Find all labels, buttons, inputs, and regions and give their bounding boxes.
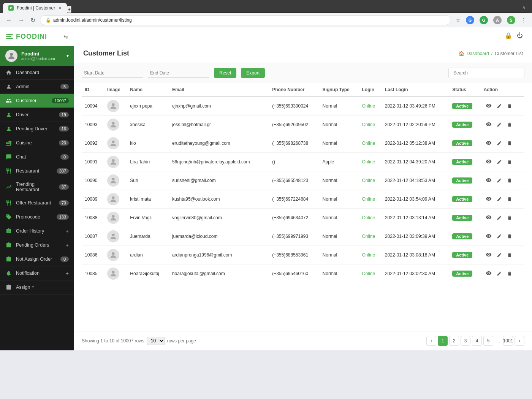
power-header-icon[interactable]: ⏻ — [517, 32, 523, 39]
active-tab[interactable]: F Foodini | Customer ✕ — [3, 3, 67, 13]
nav-label-not-assign: Not Assign Order — [16, 256, 57, 262]
view-button[interactable] — [484, 231, 494, 242]
pagination-bar: Showing 1 to 10 of 10007 rows 10 25 50 r… — [74, 331, 532, 350]
nav-item-not-assign-order[interactable]: Not Assign Order 0 — [0, 252, 74, 266]
delete-button[interactable] — [505, 232, 514, 242]
status-badge: Active — [452, 252, 472, 258]
extension-button-g1[interactable]: G — [464, 15, 476, 25]
nav-item-cuisine[interactable]: Cuisine 20 — [0, 136, 74, 150]
nav-item-notification[interactable]: Notification + — [0, 266, 74, 280]
search-input[interactable] — [448, 68, 524, 78]
page-2-button[interactable]: 2 — [449, 336, 459, 346]
cell-id: 10085 — [82, 264, 104, 283]
cell-phone: () — [269, 153, 319, 171]
edit-button[interactable] — [495, 232, 504, 242]
view-button[interactable] — [484, 101, 494, 111]
nav-item-promocode[interactable]: Promocode 133 — [0, 210, 74, 224]
edit-button[interactable] — [495, 251, 504, 260]
rows-per-page-select[interactable]: 10 25 50 — [147, 337, 165, 345]
page-3-button[interactable]: 3 — [461, 336, 470, 346]
edit-button[interactable] — [495, 158, 504, 167]
more-options-button[interactable]: ⋮ — [519, 16, 527, 24]
nav-item-chat[interactable]: Chat 0 — [0, 150, 74, 164]
nav-item-dashboard[interactable]: Dashboard — [0, 66, 74, 80]
url-bar[interactable]: 🔒 admin.foodini.ai/admin/customer/listin… — [40, 15, 451, 25]
page-5-button[interactable]: 5 — [483, 336, 493, 346]
close-tab-button[interactable]: ✕ — [58, 6, 62, 11]
browser-tabs: F Foodini | Customer ✕ + ∨ — [0, 0, 532, 13]
edit-button[interactable] — [495, 195, 504, 204]
delete-button[interactable] — [505, 102, 514, 111]
nav-item-assign[interactable]: Assign = — [0, 280, 74, 294]
svg-point-2 — [8, 113, 10, 115]
ext-g2-icon: G — [480, 16, 488, 24]
page-1-button[interactable]: 1 — [438, 336, 448, 346]
svg-point-0 — [10, 53, 13, 56]
delete-button[interactable] — [505, 195, 514, 204]
export-button[interactable]: Export — [241, 68, 265, 78]
page-last-button[interactable]: 1001 — [503, 336, 513, 346]
login-status: Online — [362, 159, 375, 165]
view-button[interactable] — [484, 194, 494, 204]
nav-item-trending-restaurant[interactable]: Trending Restuarant 37 — [0, 178, 74, 196]
edit-button[interactable] — [495, 269, 504, 279]
edit-button[interactable] — [495, 102, 504, 111]
edit-button[interactable] — [495, 120, 504, 130]
delete-button[interactable] — [505, 158, 514, 167]
nav-badge-not-assign: 0 — [60, 256, 69, 262]
edit-button[interactable] — [495, 176, 504, 186]
nav-item-admin[interactable]: Admin 5 — [0, 80, 74, 94]
end-date-input[interactable] — [148, 69, 209, 78]
breadcrumb-home-link[interactable]: Dashboard — [467, 51, 489, 56]
nav-badge-trending: 37 — [59, 184, 69, 190]
delete-button[interactable] — [505, 251, 514, 260]
view-button[interactable] — [484, 176, 494, 186]
prev-page-button[interactable]: ‹ — [426, 336, 436, 346]
nav-item-restaurant[interactable]: Restuarant 307 — [0, 164, 74, 178]
extension-button-s[interactable]: S — [505, 15, 517, 25]
nav-label-pending-driver: Pending Driver — [16, 126, 55, 131]
nav-item-order-history[interactable]: Order History + — [0, 224, 74, 238]
reset-button[interactable]: Reset — [214, 68, 236, 78]
view-button[interactable] — [484, 250, 494, 260]
start-date-input[interactable] — [82, 69, 143, 78]
delete-button[interactable] — [505, 120, 514, 130]
sidebar-toggle-button[interactable]: ⇆ — [63, 34, 68, 40]
user-section[interactable]: Foodini admin@foodini.com ▾ — [0, 46, 74, 66]
nav-item-pending-driver[interactable]: Pending Driver 16 — [0, 122, 74, 136]
login-status: Online — [362, 252, 375, 258]
forward-button[interactable]: → — [17, 16, 26, 24]
nav-item-pending-orders[interactable]: Pending Orders + — [0, 238, 74, 252]
bookmark-button[interactable]: ☆ — [454, 16, 462, 24]
nav-item-driver[interactable]: Driver 19 — [0, 108, 74, 122]
extension-button-g2[interactable]: G — [478, 15, 489, 25]
delete-button[interactable] — [505, 269, 514, 279]
cell-id: 10089 — [82, 190, 104, 209]
view-button[interactable] — [484, 120, 494, 130]
delete-button[interactable] — [505, 214, 514, 223]
back-button[interactable]: ← — [5, 16, 14, 24]
cell-last-login: 2022-01-12 03:49:26 PM — [382, 97, 449, 116]
next-page-button[interactable]: › — [515, 336, 524, 346]
table-row: 10093 xhesika jess.ml@hotmail.gr (+355)6… — [82, 116, 524, 134]
view-button[interactable] — [484, 269, 494, 279]
new-tab-button[interactable]: + — [67, 6, 71, 13]
lock-header-icon: 🔒 — [505, 32, 512, 39]
delete-button[interactable] — [505, 176, 514, 186]
delete-button[interactable] — [505, 139, 514, 149]
view-button[interactable] — [484, 157, 494, 167]
page-4-button[interactable]: 4 — [472, 336, 482, 346]
nav-item-customer[interactable]: Customer 10007 — [0, 94, 74, 108]
col-id: ID — [82, 83, 104, 97]
nav-item-offer-restaurant[interactable]: Offer Restuarant 70 — [0, 196, 74, 210]
view-button[interactable] — [484, 213, 494, 223]
edit-button[interactable] — [495, 214, 504, 223]
svg-point-3 — [8, 127, 10, 129]
view-button[interactable] — [484, 138, 494, 149]
reload-button[interactable]: ↻ — [29, 16, 37, 25]
extension-button-a[interactable]: A — [492, 15, 503, 25]
cell-phone: (+355)693300024 — [269, 97, 319, 116]
cell-login: Online — [359, 264, 382, 283]
edit-button[interactable] — [495, 139, 504, 149]
customer-icon — [5, 97, 12, 104]
